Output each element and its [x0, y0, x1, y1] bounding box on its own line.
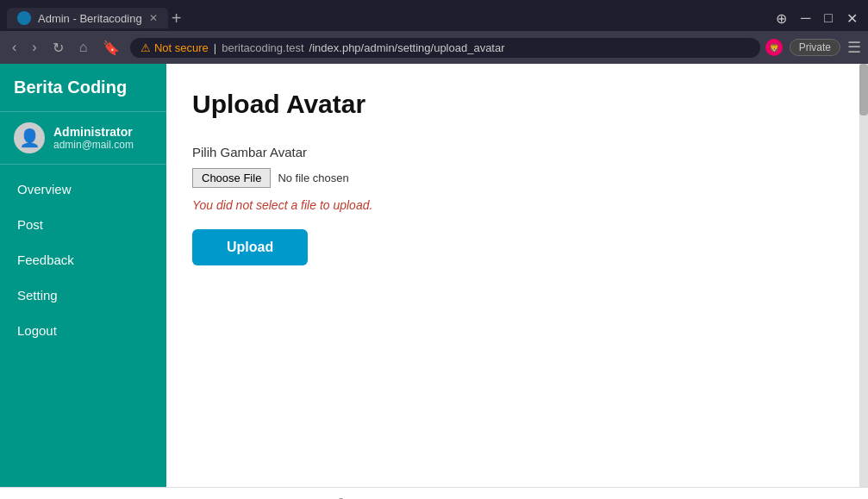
- sidebar-nav: Overview Post Feedback Setting Logout: [0, 165, 166, 355]
- window-controls: ⊕ ─ □ ✕: [772, 9, 861, 28]
- choose-file-button[interactable]: Choose File: [192, 168, 271, 188]
- minimize-button[interactable]: ─: [797, 9, 814, 28]
- sidebar-user: 👤 Administrator admin@mail.com: [0, 112, 166, 165]
- page: Berita Coding 👤 Administrator admin@mail…: [0, 64, 868, 487]
- user-name: Administrator: [53, 125, 134, 139]
- page-title: Upload Avatar: [192, 90, 834, 119]
- address-bar[interactable]: ⚠ Not secure | beritacoding.test /index.…: [130, 38, 759, 58]
- sidebar-item-logout[interactable]: Logout: [0, 313, 166, 348]
- avatar: 👤: [14, 122, 45, 153]
- error-message: You did not select a file to upload.: [192, 198, 834, 212]
- tab-favicon: [17, 11, 31, 25]
- sidebar-item-setting[interactable]: Setting: [0, 278, 166, 313]
- user-email: admin@mail.com: [53, 139, 134, 151]
- no-file-text: No file chosen: [278, 172, 348, 184]
- footer: © 2021 Beritacoding.com Version 1.0.0: [0, 487, 868, 499]
- maximize-button[interactable]: □: [821, 9, 836, 28]
- main-content: Upload Avatar Pilih Gambar Avatar Choose…: [166, 64, 859, 487]
- tab-close-button[interactable]: ✕: [149, 12, 158, 24]
- tab-bar: Admin - Beritacoding ✕ + ⊕ ─ □ ✕: [0, 0, 868, 31]
- refresh-button[interactable]: ↻: [47, 38, 69, 58]
- back-button[interactable]: ‹: [7, 38, 22, 57]
- navigation-bar: ‹ › ↻ ⌂ 🔖 ⚠ Not secure | beritacoding.te…: [0, 31, 868, 64]
- user-info: Administrator admin@mail.com: [53, 125, 134, 151]
- sidebar-item-post[interactable]: Post: [0, 207, 166, 242]
- close-window-button[interactable]: ✕: [843, 9, 861, 28]
- url-path: /index.php/admin/setting/upload_avatar: [309, 41, 505, 54]
- tab-title: Admin - Beritacoding: [38, 12, 142, 25]
- upload-button[interactable]: Upload: [192, 229, 308, 265]
- scrollbar-thumb[interactable]: [859, 64, 868, 115]
- browser-menu-button[interactable]: ☰: [847, 38, 861, 57]
- bookmark-button[interactable]: 🔖: [97, 38, 125, 58]
- url-domain: beritacoding.test: [222, 41, 303, 54]
- private-mode-button[interactable]: Private: [790, 39, 840, 56]
- security-warning-icon: ⚠ Not secure: [141, 41, 208, 54]
- file-input-wrapper: Choose File No file chosen: [192, 168, 834, 188]
- brave-shields-icon[interactable]: 🦁: [765, 39, 783, 56]
- home-button[interactable]: ⌂: [74, 38, 93, 57]
- browser-chrome: Admin - Beritacoding ✕ + ⊕ ─ □ ✕ ‹ › ↻ ⌂…: [0, 0, 868, 64]
- profile-icon[interactable]: ⊕: [772, 9, 790, 28]
- sidebar-brand: Berita Coding: [0, 64, 166, 112]
- sidebar-item-feedback[interactable]: Feedback: [0, 242, 166, 278]
- browser-toolbar-right: 🦁 Private ☰: [765, 38, 861, 57]
- active-tab[interactable]: Admin - Beritacoding ✕: [7, 8, 168, 28]
- forward-button[interactable]: ›: [27, 38, 41, 57]
- form-label: Pilih Gambar Avatar: [192, 145, 834, 159]
- sidebar-item-overview[interactable]: Overview: [0, 172, 166, 207]
- new-tab-button[interactable]: +: [172, 9, 182, 27]
- url-separator: |: [214, 41, 216, 54]
- scrollbar[interactable]: [859, 64, 868, 487]
- sidebar: Berita Coding 👤 Administrator admin@mail…: [0, 64, 166, 487]
